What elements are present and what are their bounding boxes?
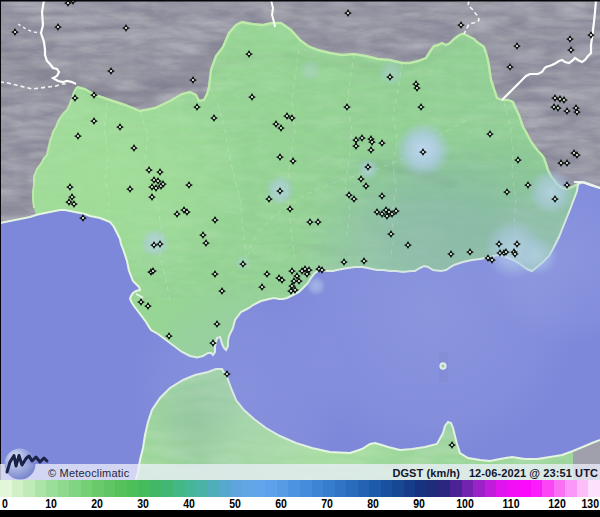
svg-text:130: 130: [581, 496, 599, 512]
svg-text:100: 100: [456, 496, 474, 512]
svg-text:60: 60: [275, 496, 287, 512]
svg-text:10: 10: [45, 496, 57, 512]
svg-text:0: 0: [2, 496, 8, 512]
svg-text:80: 80: [367, 496, 379, 512]
svg-text:50: 50: [229, 496, 241, 512]
svg-text:40: 40: [183, 496, 195, 512]
svg-text:120: 120: [548, 496, 566, 512]
svg-text:90: 90: [413, 496, 425, 512]
svg-text:© Meteoclimatic: © Meteoclimatic: [48, 467, 130, 479]
svg-text:20: 20: [91, 496, 103, 512]
svg-text:110: 110: [503, 496, 520, 512]
svg-text:30: 30: [137, 496, 149, 512]
svg-text:DGST (km/h) 12-06-2021 @ 23:5: DGST (km/h) 12-06-2021 @ 23:51 UTC: [392, 467, 598, 479]
svg-text:70: 70: [321, 496, 333, 512]
